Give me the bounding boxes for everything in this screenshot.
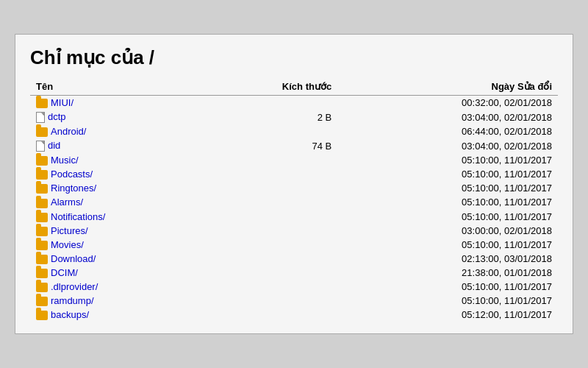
cell-size xyxy=(205,308,337,322)
cell-date: 05:10:00, 11/01/2017 xyxy=(337,238,558,252)
cell-name: Podcasts/ xyxy=(30,167,205,181)
table-row: did74 B03:04:00, 02/01/2018 xyxy=(30,138,558,153)
cell-name: .dlprovider/ xyxy=(30,280,205,294)
cell-name: backups/ xyxy=(30,308,205,322)
cell-size xyxy=(205,167,337,181)
cell-date: 05:12:00, 11/01/2017 xyxy=(337,308,558,322)
cell-date: 05:10:00, 11/01/2017 xyxy=(337,153,558,167)
cell-date: 03:00:00, 02/01/2018 xyxy=(337,224,558,238)
table-row: Music/05:10:00, 11/01/2017 xyxy=(30,153,558,167)
header-size: Kích thước xyxy=(205,78,337,96)
folder-icon xyxy=(36,311,48,320)
cell-size: 2 B xyxy=(205,110,337,124)
cell-date: 05:10:00, 11/01/2017 xyxy=(337,181,558,195)
file-link[interactable]: .dlprovider/ xyxy=(51,281,98,292)
cell-date: 06:44:00, 02/01/2018 xyxy=(337,124,558,138)
cell-size xyxy=(205,266,337,280)
cell-name: Music/ xyxy=(30,153,205,167)
table-row: .dlprovider/05:10:00, 11/01/2017 xyxy=(30,280,558,294)
cell-date: 05:10:00, 11/01/2017 xyxy=(337,294,558,308)
file-link[interactable]: dctp xyxy=(48,111,66,122)
cell-name: DCIM/ xyxy=(30,266,205,280)
folder-icon xyxy=(36,213,48,222)
folder-icon xyxy=(36,269,48,278)
file-table: Tên Kích thước Ngày Sửa đổi MIUI/00:32:0… xyxy=(30,78,558,322)
file-link[interactable]: Music/ xyxy=(51,155,79,166)
cell-date: 03:04:00, 02/01/2018 xyxy=(337,138,558,153)
file-icon xyxy=(36,112,45,123)
cell-date: 05:10:00, 11/01/2017 xyxy=(337,167,558,181)
file-link[interactable]: Alarms/ xyxy=(51,197,83,208)
cell-size xyxy=(205,294,337,308)
file-link[interactable]: Podcasts/ xyxy=(51,169,93,180)
cell-name: Notifications/ xyxy=(30,210,205,224)
table-row: ramdump/05:10:00, 11/01/2017 xyxy=(30,294,558,308)
file-link[interactable]: Movies/ xyxy=(51,239,84,250)
cell-size xyxy=(205,224,337,238)
cell-size xyxy=(205,210,337,224)
cell-name: Alarms/ xyxy=(30,195,205,209)
file-link[interactable]: ramdump/ xyxy=(51,295,94,306)
table-row: Movies/05:10:00, 11/01/2017 xyxy=(30,238,558,252)
folder-icon xyxy=(36,156,48,166)
folder-icon xyxy=(36,241,48,250)
cell-size xyxy=(205,124,337,138)
cell-date: 02:13:00, 03/01/2018 xyxy=(337,252,558,266)
folder-icon xyxy=(36,199,48,208)
table-row: Podcasts/05:10:00, 11/01/2017 xyxy=(30,167,558,181)
cell-size xyxy=(205,195,337,209)
table-row: Download/02:13:00, 03/01/2018 xyxy=(30,252,558,266)
table-row: dctp2 B03:04:00, 02/01/2018 xyxy=(30,110,558,124)
file-link[interactable]: Android/ xyxy=(51,126,86,137)
file-link[interactable]: Download/ xyxy=(51,253,96,264)
file-link[interactable]: Ringtones/ xyxy=(51,183,96,194)
folder-icon xyxy=(36,170,48,180)
table-row: Pictures/03:00:00, 02/01/2018 xyxy=(30,224,558,238)
file-link[interactable]: Notifications/ xyxy=(51,211,105,222)
cell-size xyxy=(205,153,337,167)
file-link[interactable]: did xyxy=(48,140,60,151)
folder-icon xyxy=(36,99,48,108)
table-row: Notifications/05:10:00, 11/01/2017 xyxy=(30,210,558,224)
table-row: MIUI/00:32:00, 02/01/2018 xyxy=(30,96,558,110)
cell-size xyxy=(205,252,337,266)
table-row: Ringtones/05:10:00, 11/01/2017 xyxy=(30,181,558,195)
cell-date: 05:10:00, 11/01/2017 xyxy=(337,195,558,209)
table-row: backups/05:12:00, 11/01/2017 xyxy=(30,308,558,322)
file-link[interactable]: MIUI/ xyxy=(51,97,74,108)
folder-icon xyxy=(36,297,48,306)
header-date: Ngày Sửa đổi xyxy=(337,78,558,96)
cell-size xyxy=(205,238,337,252)
folder-icon xyxy=(36,227,48,236)
folder-icon xyxy=(36,184,48,194)
page-title: Chỉ mục của / xyxy=(30,46,558,69)
folder-icon xyxy=(36,283,48,292)
table-row: DCIM/21:38:00, 01/01/2018 xyxy=(30,266,558,280)
header-name: Tên xyxy=(30,78,205,96)
cell-date: 05:10:00, 11/01/2017 xyxy=(337,280,558,294)
cell-size xyxy=(205,96,337,110)
cell-date: 03:04:00, 02/01/2018 xyxy=(337,110,558,124)
file-link[interactable]: Pictures/ xyxy=(51,225,88,236)
cell-name: Android/ xyxy=(30,124,205,138)
cell-size xyxy=(205,280,337,294)
cell-name: did xyxy=(30,138,205,153)
main-window: Chỉ mục của / Tên Kích thước Ngày Sửa đổ… xyxy=(15,34,573,334)
file-icon xyxy=(36,141,45,152)
cell-date: 21:38:00, 01/01/2018 xyxy=(337,266,558,280)
folder-icon xyxy=(36,255,48,264)
cell-name: ramdump/ xyxy=(30,294,205,308)
file-link[interactable]: DCIM/ xyxy=(51,267,78,278)
cell-size xyxy=(205,181,337,195)
cell-name: Ringtones/ xyxy=(30,181,205,195)
file-link[interactable]: backups/ xyxy=(51,309,89,320)
cell-name: Pictures/ xyxy=(30,224,205,238)
cell-date: 00:32:00, 02/01/2018 xyxy=(337,96,558,110)
cell-name: Movies/ xyxy=(30,238,205,252)
cell-name: Download/ xyxy=(30,252,205,266)
cell-date: 05:10:00, 11/01/2017 xyxy=(337,210,558,224)
cell-size: 74 B xyxy=(205,138,337,153)
cell-name: MIUI/ xyxy=(30,96,205,110)
folder-icon xyxy=(36,127,48,137)
cell-name: dctp xyxy=(30,110,205,124)
